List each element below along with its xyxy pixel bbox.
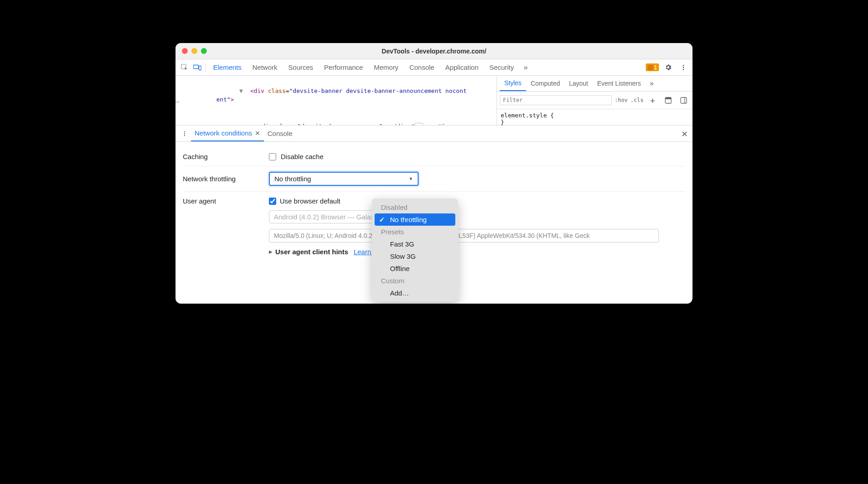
throttling-dropdown-menu: Disabled ✓ No throttling Presets Fast 3G… bbox=[372, 198, 458, 302]
chevron-down-icon: ▼ bbox=[409, 176, 413, 181]
svg-point-10 bbox=[184, 131, 185, 132]
menu-item-fast-3g[interactable]: Fast 3G bbox=[375, 238, 455, 250]
styles-tab-styles[interactable]: Styles bbox=[500, 76, 526, 91]
tree-line-1[interactable]: ▼<div class="devsite-banner devsite-bann… bbox=[176, 77, 497, 113]
menu-header-presets: Presets bbox=[375, 226, 455, 238]
toolbar-divider bbox=[205, 63, 206, 72]
styles-tab-event-listeners[interactable]: Event Listeners bbox=[593, 76, 646, 91]
disable-cache-label: Disable cache bbox=[281, 153, 323, 160]
devtools-window: DevTools - developer.chrome.com/ Element… bbox=[176, 43, 692, 304]
svg-point-11 bbox=[184, 133, 185, 134]
drawer-tab-network-conditions[interactable]: Network conditions ✕ bbox=[191, 126, 264, 141]
issues-count: 1 bbox=[654, 64, 657, 71]
svg-point-5 bbox=[683, 69, 684, 70]
main-toolbar: Elements Network Sources Performance Mem… bbox=[176, 59, 692, 76]
drawer-kebab-icon[interactable] bbox=[178, 127, 191, 140]
expand-triangle-icon: ▶ bbox=[269, 249, 273, 254]
caching-label: Caching bbox=[183, 153, 269, 160]
elements-panel: … ▼<div class="devsite-banner devsite-ba… bbox=[176, 76, 692, 126]
styles-toolbar: :hov .cls + bbox=[497, 92, 692, 109]
svg-rect-2 bbox=[199, 66, 201, 70]
dom-tree[interactable]: … ▼<div class="devsite-banner devsite-ba… bbox=[176, 76, 497, 125]
throttling-select[interactable]: No throttling ▼ bbox=[269, 172, 419, 186]
user-agent-label: User agent bbox=[183, 197, 269, 205]
window-title: DevTools - developer.chrome.com/ bbox=[176, 48, 692, 55]
client-hints-row[interactable]: ▶ User agent client hints Learn more bbox=[269, 248, 389, 256]
menu-header-disabled: Disabled bbox=[375, 201, 455, 213]
svg-rect-7 bbox=[665, 97, 671, 99]
svg-point-4 bbox=[683, 67, 684, 68]
svg-rect-8 bbox=[681, 97, 687, 103]
tab-memory[interactable]: Memory bbox=[368, 60, 404, 75]
tab-console[interactable]: Console bbox=[404, 60, 440, 75]
kebab-menu-icon[interactable] bbox=[677, 61, 690, 74]
menu-item-add[interactable]: Add… bbox=[375, 287, 455, 299]
tab-security[interactable]: Security bbox=[484, 60, 519, 75]
flex-badge[interactable]: flex bbox=[413, 123, 424, 126]
use-browser-default-checkbox[interactable] bbox=[269, 198, 276, 205]
selected-element-indicator: == $0 bbox=[426, 123, 444, 126]
toggle-hover-button[interactable]: :hov bbox=[614, 97, 628, 103]
drawer-tabs: Network conditions ✕ Console ✕ bbox=[176, 126, 692, 142]
menu-item-no-throttling[interactable]: ✓ No throttling bbox=[375, 213, 455, 226]
use-browser-default-label: Use browser default bbox=[280, 197, 340, 205]
drawer-close-icon[interactable]: ✕ bbox=[681, 129, 688, 139]
settings-icon[interactable] bbox=[662, 61, 674, 74]
svg-rect-1 bbox=[194, 65, 199, 68]
element-style-rule-close: } bbox=[501, 119, 689, 126]
throttling-label: Network throttling bbox=[183, 175, 269, 183]
computed-sidebar-icon[interactable] bbox=[662, 94, 674, 106]
tree-line-2[interactable]: ▶<div class="devsite-banner-message">⋯</… bbox=[176, 113, 497, 125]
svg-point-12 bbox=[184, 135, 185, 136]
throttling-select-value: No throttling bbox=[274, 175, 311, 183]
tab-network[interactable]: Network bbox=[247, 60, 283, 75]
close-tab-icon[interactable]: ✕ bbox=[255, 130, 260, 137]
styles-tab-computed[interactable]: Computed bbox=[526, 76, 565, 91]
drawer-tab-console[interactable]: Console bbox=[264, 126, 296, 141]
more-tabs-icon[interactable]: » bbox=[519, 61, 532, 74]
ua-string-input[interactable]: Mozilla/5.0 (Linux; U; Android 4.0.2; en… bbox=[269, 229, 659, 242]
menu-item-offline[interactable]: Offline bbox=[375, 262, 455, 275]
client-hints-label: User agent client hints bbox=[275, 248, 348, 256]
panel-tabs: Elements Network Sources Performance Mem… bbox=[208, 60, 646, 75]
styles-filter-input[interactable] bbox=[500, 95, 612, 105]
menu-header-custom: Custom bbox=[375, 275, 455, 287]
tab-sources[interactable]: Sources bbox=[283, 60, 319, 75]
svg-point-3 bbox=[683, 65, 684, 66]
tab-application[interactable]: Application bbox=[440, 60, 484, 75]
menu-item-slow-3g[interactable]: Slow 3G bbox=[375, 250, 455, 262]
toggle-device-toolbar-icon[interactable] bbox=[191, 61, 204, 74]
styles-pane: Styles Computed Layout Event Listeners »… bbox=[497, 76, 692, 125]
select-element-icon[interactable] bbox=[178, 61, 191, 74]
disable-cache-checkbox[interactable] bbox=[269, 153, 276, 160]
styles-tab-layout[interactable]: Layout bbox=[565, 76, 593, 91]
gutter-dots-icon: … bbox=[176, 97, 180, 104]
issue-icon bbox=[648, 65, 653, 70]
toolbar-right: 1 bbox=[646, 61, 690, 74]
check-icon: ✓ bbox=[379, 216, 385, 224]
caching-row: Caching Disable cache bbox=[183, 147, 685, 166]
styles-more-tabs-icon[interactable]: » bbox=[645, 77, 658, 90]
tab-elements[interactable]: Elements bbox=[208, 60, 247, 75]
element-style-rule-open: element.style { bbox=[501, 112, 689, 119]
toggle-classes-button[interactable]: .cls bbox=[630, 97, 644, 103]
new-style-rule-icon[interactable]: + bbox=[646, 94, 659, 106]
styles-tabs: Styles Computed Layout Event Listeners » bbox=[497, 76, 692, 92]
throttling-row: Network throttling No throttling ▼ bbox=[183, 166, 685, 192]
tab-performance[interactable]: Performance bbox=[319, 60, 369, 75]
toggle-rendering-icon[interactable] bbox=[677, 94, 690, 106]
titlebar: DevTools - developer.chrome.com/ bbox=[176, 43, 692, 59]
issues-badge[interactable]: 1 bbox=[646, 63, 659, 71]
